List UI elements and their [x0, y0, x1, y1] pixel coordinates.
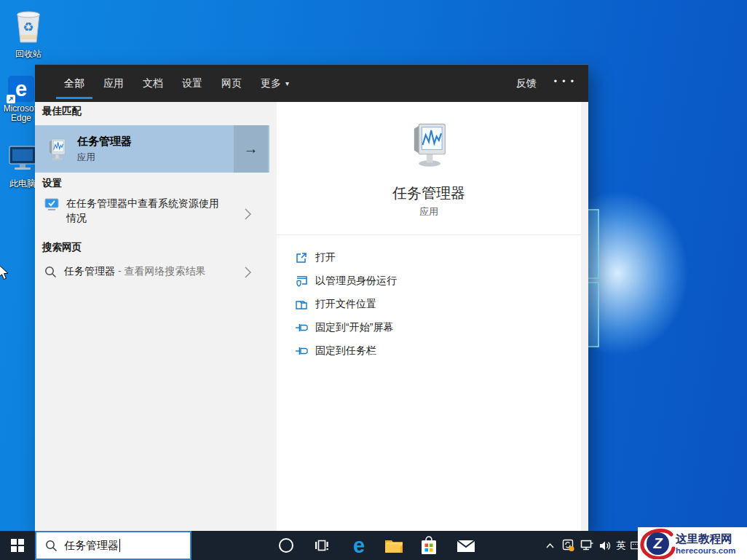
action-pin-to-start[interactable]: 固定到“开始”屏幕 — [295, 316, 397, 339]
expand-arrow-button[interactable]: → — [234, 125, 268, 173]
chevron-right-icon — [245, 208, 251, 220]
search-filter-bar: 全部 应用 文档 设置 网页 更多 ▾ 反馈 • • • — [35, 64, 588, 102]
result-detail-pane: 任务管理器 应用 打开 以管理员身份运行 — [277, 102, 581, 531]
arrow-right-icon: → — [244, 141, 258, 157]
best-match-subtitle: 应用 — [77, 151, 132, 164]
action-run-as-admin[interactable]: 以管理员身份运行 — [295, 269, 397, 293]
windows-search-panel: 全部 应用 文档 设置 网页 更多 ▾ 反馈 • • • 最佳匹配 — [35, 64, 588, 531]
tray-show-hidden-button[interactable] — [543, 531, 556, 560]
action-links: 打开 以管理员身份运行 打开文件位置 — [295, 246, 397, 363]
svg-text:♻: ♻ — [23, 20, 33, 34]
store-button[interactable] — [413, 531, 445, 560]
edge-icon: e — [353, 535, 365, 556]
desktop-screen: ♻ 回收站 e Microsoft Edge 此电脑 — [0, 0, 747, 560]
edge-taskbar-button[interactable]: e — [343, 531, 375, 560]
best-match-result[interactable]: 任务管理器 应用 → — [35, 125, 269, 173]
divider — [277, 234, 581, 235]
windows-logo-pane — [587, 282, 599, 347]
network-icon — [580, 540, 593, 551]
web-search-query: 任务管理器 — [64, 265, 115, 277]
site-watermark: Z 这里教程网 herecours.com — [638, 527, 747, 560]
cortana-icon — [279, 538, 293, 553]
text-caret — [119, 539, 120, 552]
store-icon — [420, 536, 438, 555]
start-button[interactable] — [0, 531, 35, 560]
watermark-letter: Z — [647, 532, 669, 555]
status-sync-icon — [562, 539, 575, 552]
tab-documents[interactable]: 文档 — [133, 65, 173, 102]
taskbar: 任务管理器 e — [0, 531, 747, 560]
mail-button[interactable] — [450, 531, 482, 560]
tray-network-button[interactable] — [579, 531, 595, 560]
watermark-site-name: 这里教程网 — [676, 532, 735, 545]
settings-section-header: 设置 — [42, 177, 62, 190]
action-open-file-location[interactable]: 打开文件位置 — [295, 293, 397, 316]
windows-logo-pane — [587, 209, 599, 279]
search-web-header: 搜索网页 — [42, 241, 82, 254]
best-match-header: 最佳匹配 — [42, 105, 82, 118]
tab-more[interactable]: 更多 ▾ — [251, 65, 299, 102]
tray-volume-button[interactable] — [597, 531, 613, 560]
windows-logo-icon — [11, 539, 24, 552]
shortcut-arrow-icon — [7, 95, 15, 103]
edge-icon: e — [8, 76, 34, 102]
task-view-button[interactable] — [306, 531, 338, 560]
open-icon — [295, 252, 308, 264]
watermark-site-url: herecours.com — [676, 546, 735, 556]
settings-result-item[interactable]: 在任务管理器中查看系统资源使用情况 — [35, 197, 277, 234]
best-match-title: 任务管理器 — [77, 135, 132, 149]
desktop-icon-label: 回收站 — [6, 50, 51, 59]
app-title: 任务管理器 — [277, 184, 581, 203]
file-explorer-button[interactable] — [378, 531, 410, 560]
admin-shield-icon — [295, 275, 308, 287]
wallpaper-windows-logo-edge — [587, 209, 599, 350]
filter-tabs: 全部 应用 文档 设置 网页 更多 ▾ — [55, 65, 299, 102]
action-open[interactable]: 打开 — [295, 246, 397, 269]
more-options-icon[interactable]: • • • — [547, 76, 588, 91]
task-manager-icon-large — [404, 119, 454, 169]
tab-all[interactable]: 全部 — [55, 65, 94, 102]
chevron-right-icon — [245, 267, 251, 278]
search-icon — [45, 540, 58, 552]
folder-icon — [295, 299, 308, 310]
desktop-icon-recycle-bin[interactable]: ♻ 回收站 — [6, 9, 51, 59]
pin-icon — [295, 347, 308, 355]
recycle-bin-icon: ♻ — [12, 9, 45, 45]
action-pin-to-taskbar[interactable]: 固定到任务栏 — [295, 339, 397, 363]
mouse-cursor — [0, 264, 9, 284]
speaker-icon — [599, 540, 612, 551]
settings-result-text: 在任务管理器中查看系统资源使用情况 — [66, 197, 225, 225]
app-subtitle: 应用 — [277, 205, 581, 218]
tab-apps[interactable]: 应用 — [94, 65, 133, 102]
pin-icon — [295, 323, 308, 332]
tab-web[interactable]: 网页 — [212, 65, 251, 102]
watermark-logo: Z — [638, 527, 676, 560]
file-explorer-icon — [384, 538, 403, 553]
system-display-check-icon — [44, 198, 59, 211]
task-manager-icon — [44, 137, 69, 162]
web-search-result-item[interactable]: 任务管理器 - 查看网络搜索结果 — [35, 261, 277, 283]
task-view-icon — [315, 540, 329, 551]
feedback-button[interactable]: 反馈 — [506, 77, 547, 90]
search-icon — [44, 266, 57, 278]
web-search-suffix: - 查看网络搜索结果 — [115, 265, 205, 277]
chevron-up-icon — [546, 543, 554, 548]
taskbar-search-box[interactable]: 任务管理器 — [35, 531, 191, 560]
search-input-value[interactable]: 任务管理器 — [64, 539, 119, 553]
cortana-button[interactable] — [270, 531, 302, 560]
tray-status-button[interactable] — [561, 531, 577, 560]
tab-settings[interactable]: 设置 — [173, 65, 212, 102]
chevron-down-icon: ▾ — [285, 79, 289, 87]
tray-ime-indicator[interactable]: 英 — [614, 531, 628, 560]
mail-icon — [456, 539, 475, 553]
header-right-group: 反馈 • • • — [506, 65, 588, 102]
